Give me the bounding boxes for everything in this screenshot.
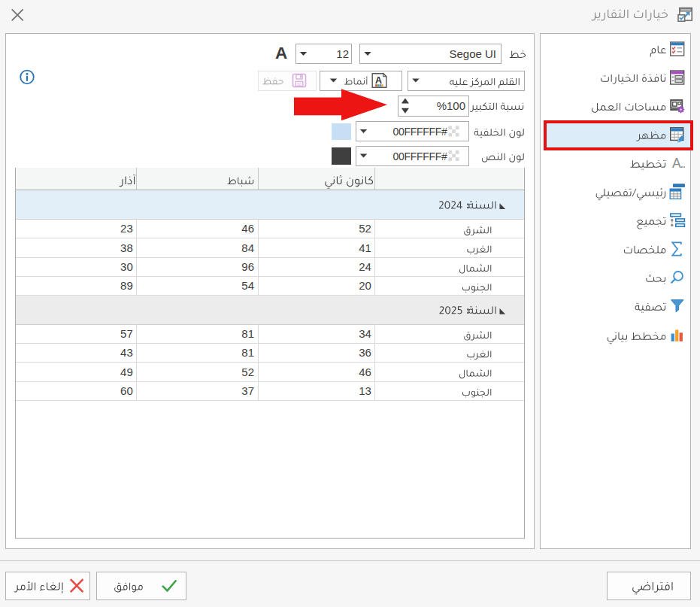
svg-text:A: A bbox=[672, 156, 681, 171]
svg-text:A: A bbox=[375, 75, 382, 86]
